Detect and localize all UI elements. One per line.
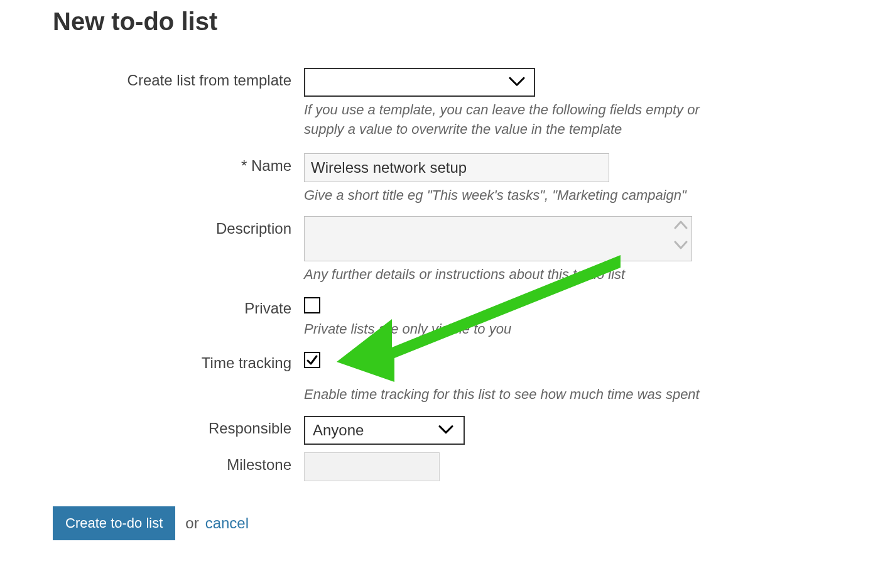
name-input[interactable] (304, 153, 609, 182)
private-hint: Private lists are only visible to you (304, 320, 718, 339)
create-list-button[interactable]: Create to-do list (53, 506, 175, 540)
chevron-down-icon (438, 420, 453, 438)
milestone-input[interactable] (304, 452, 440, 481)
template-select[interactable] (304, 68, 535, 97)
responsible-value: Anyone (313, 422, 364, 439)
template-label: Create list from template (53, 68, 304, 89)
milestone-label: Milestone (53, 452, 304, 474)
name-label: * Name (53, 153, 304, 175)
name-hint: Give a short title eg "This week's tasks… (304, 186, 718, 205)
chevron-down-icon (509, 77, 525, 87)
template-hint: If you use a template, you can leave the… (304, 101, 718, 139)
responsible-select[interactable]: Anyone (304, 416, 465, 445)
private-label: Private (53, 296, 304, 317)
time-tracking-checkbox[interactable] (304, 352, 320, 368)
or-text: or (185, 514, 198, 532)
description-textarea[interactable] (305, 217, 691, 261)
description-hint: Any further details or instructions abou… (304, 265, 718, 285)
time-tracking-hint: Enable time tracking for this list to se… (304, 385, 718, 405)
description-label: Description (53, 216, 304, 237)
textarea-scroll-icon (674, 220, 688, 249)
checkmark-icon (306, 354, 318, 366)
cancel-link[interactable]: cancel (205, 514, 249, 532)
new-todo-form: Create list from template If you use a t… (53, 68, 731, 481)
responsible-label: Responsible (53, 416, 304, 437)
private-checkbox[interactable] (304, 297, 320, 313)
page-title: New to-do list (53, 8, 217, 36)
form-footer: Create to-do list or cancel (53, 506, 249, 540)
time-tracking-label: Time tracking (53, 351, 304, 372)
